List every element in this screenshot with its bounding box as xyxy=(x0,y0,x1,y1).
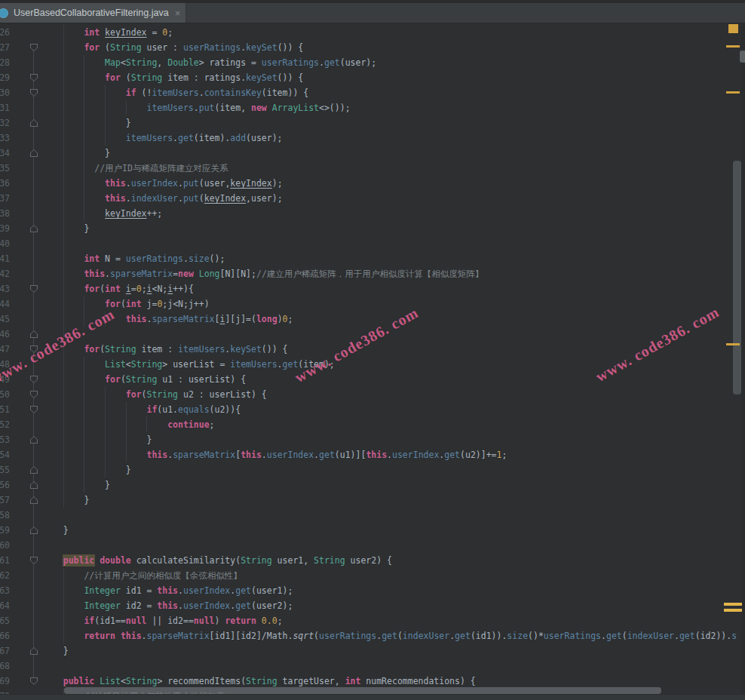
warning-stripe-mark[interactable] xyxy=(726,45,740,48)
warning-stripe-mark[interactable] xyxy=(724,609,742,612)
code-line[interactable]: 52 continue; xyxy=(0,417,745,432)
fold-toggle-icon[interactable] xyxy=(30,330,38,338)
fold-toggle-icon[interactable] xyxy=(30,119,38,127)
fold-toggle-icon[interactable] xyxy=(30,345,38,353)
code-line[interactable]: 61 public double calculateSimilarity(Str… xyxy=(0,553,745,568)
fold-toggle-icon[interactable] xyxy=(30,225,38,232)
fold-toggle-icon[interactable] xyxy=(30,89,38,97)
code-line[interactable]: 68 xyxy=(0,659,745,674)
line-number: 40 xyxy=(0,236,10,251)
horizontal-scrollbar-thumb[interactable] xyxy=(64,687,661,694)
code-line[interactable]: 37 this.indexUser.put(keyIndex,user); xyxy=(0,191,745,206)
code-line[interactable]: 54 this.sparseMatrix[this.userIndex.get(… xyxy=(0,447,745,462)
code-line[interactable]: 69 public List<String> recommendItems(St… xyxy=(0,674,745,689)
code-text: List<String> userList = itemUsers.get(it… xyxy=(42,357,335,372)
line-number: 68 xyxy=(0,659,10,674)
fold-toggle-icon[interactable] xyxy=(30,677,38,685)
line-number: 36 xyxy=(0,176,10,191)
line-number: 61 xyxy=(0,553,10,568)
code-line[interactable]: 56 } xyxy=(0,477,745,493)
fold-toggle-icon[interactable] xyxy=(30,481,38,489)
warning-stripe-mark[interactable] xyxy=(726,91,740,94)
code-line[interactable]: 45 this.sparseMatrix[i][j]=(long)0; xyxy=(0,312,745,327)
line-number: 46 xyxy=(0,327,10,342)
code-line[interactable]: 50 for(String u2 : userList) { xyxy=(0,387,745,402)
fold-toggle-icon[interactable] xyxy=(30,466,38,474)
code-line[interactable]: 34 } xyxy=(0,146,745,161)
line-number: 56 xyxy=(0,477,10,493)
code-line[interactable]: 53 } xyxy=(0,432,745,447)
code-line[interactable]: 63 Integer id1 = this.userIndex.get(user… xyxy=(0,583,745,598)
code-line[interactable]: 49 for(String u1 : userList) { xyxy=(0,372,745,387)
fold-toggle-icon[interactable] xyxy=(30,557,38,564)
code-text: this.sparseMatrix[i][j]=(long)0; xyxy=(42,312,293,327)
code-text: public List<String> recommendItems(Strin… xyxy=(42,674,476,689)
line-number: 49 xyxy=(0,372,10,387)
code-line[interactable]: 35 //用户ID与稀疏矩阵建立对应关系 xyxy=(0,161,745,176)
code-line[interactable]: 60 xyxy=(0,538,745,553)
code-line[interactable]: 65 if(id1==null || id2==null) return 0.0… xyxy=(0,613,745,628)
line-number: 57 xyxy=(0,493,10,508)
tab-userbasedcollaborativefiltering-java[interactable]: UserBasedCollaborativeFiltering.java × xyxy=(0,3,186,23)
code-text: this.indexUser.put(keyIndex,user); xyxy=(42,191,283,206)
ide-window: 26 int keyIndex = 0;27 for (String user … xyxy=(0,0,745,700)
code-line[interactable]: 48 List<String> userList = itemUsers.get… xyxy=(0,357,745,372)
code-line[interactable]: 55 } xyxy=(0,462,745,477)
code-line[interactable]: 62 //计算用户之间的相似度【余弦相似性】 xyxy=(0,568,745,583)
code-line[interactable]: 36 this.userIndex.put(user,keyIndex); xyxy=(0,176,745,191)
fold-toggle-icon[interactable] xyxy=(30,406,38,413)
fold-toggle-icon[interactable] xyxy=(30,285,38,293)
code-line[interactable]: 32 } xyxy=(0,115,745,130)
java-class-icon xyxy=(0,8,8,18)
code-line[interactable]: 29 for (String item : ratings.keySet()) … xyxy=(0,70,745,85)
editor-side-widget[interactable] xyxy=(740,51,745,63)
fold-toggle-icon[interactable] xyxy=(30,376,38,383)
code-text: } xyxy=(42,146,110,161)
fold-toggle-icon[interactable] xyxy=(30,391,38,398)
code-line[interactable]: 38 keyIndex++; xyxy=(0,206,745,221)
line-number: 66 xyxy=(0,628,10,643)
fold-toggle-icon[interactable] xyxy=(30,74,38,81)
inspection-status-icon[interactable] xyxy=(728,24,738,33)
code-line[interactable]: 51 if(u1.equals(u2)){ xyxy=(0,402,745,417)
code-line[interactable]: 64 Integer id2 = this.userIndex.get(user… xyxy=(0,598,745,613)
code-text: } xyxy=(42,643,69,659)
code-line[interactable]: 27 for (String user : userRatings.keySet… xyxy=(0,40,745,55)
code-line[interactable]: 59 } xyxy=(0,523,745,538)
code-line[interactable]: 33 itemUsers.get(item).add(user); xyxy=(0,130,745,146)
code-text: itemUsers.put(item, new ArrayList<>()); xyxy=(42,100,351,115)
code-line[interactable]: 47 for(String item : itemUsers.keySet())… xyxy=(0,342,745,357)
code-line[interactable]: 44 for(int j=0;j<N;j++) xyxy=(0,296,745,312)
code-line[interactable]: 67 } xyxy=(0,643,745,659)
code-text: itemUsers.get(item).add(user); xyxy=(42,130,283,146)
line-number: 34 xyxy=(0,146,10,161)
code-text: //计算用户之间的相似度【余弦相似性】 xyxy=(42,568,242,583)
fold-toggle-icon[interactable] xyxy=(30,436,38,444)
line-number: 51 xyxy=(0,402,10,417)
fold-toggle-icon[interactable] xyxy=(30,149,38,157)
code-line[interactable]: 43 for(int i=0;i<N;i++){ xyxy=(0,281,745,296)
close-icon[interactable]: × xyxy=(175,8,181,18)
code-line[interactable]: 31 itemUsers.put(item, new ArrayList<>()… xyxy=(0,100,745,115)
line-number: 35 xyxy=(0,161,10,176)
code-text: int N = userRatings.size(); xyxy=(42,251,225,266)
fold-toggle-icon[interactable] xyxy=(30,527,38,534)
vertical-scrollbar-thumb[interactable] xyxy=(733,161,741,395)
code-line[interactable]: 39 } xyxy=(0,221,745,236)
fold-toggle-icon[interactable] xyxy=(30,44,38,51)
code-line[interactable]: 58 xyxy=(0,508,745,523)
code-line[interactable]: 30 if (!itemUsers.containsKey(item)) { xyxy=(0,85,745,100)
code-line[interactable]: 40 xyxy=(0,236,745,251)
fold-toggle-icon[interactable] xyxy=(30,647,38,655)
code-line[interactable]: 41 int N = userRatings.size(); xyxy=(0,251,745,266)
code-line[interactable]: 46 xyxy=(0,327,745,342)
code-line[interactable]: 28 Map<String, Double> ratings = userRat… xyxy=(0,55,745,70)
code-text: } xyxy=(42,432,152,447)
warning-stripe-mark[interactable] xyxy=(726,343,740,345)
fold-toggle-icon[interactable] xyxy=(30,496,38,504)
code-line[interactable]: 66 return this.sparseMatrix[id1][id2]/Ma… xyxy=(0,628,745,643)
code-line[interactable]: 42 this.sparseMatrix=new Long[N][N];//建立… xyxy=(0,266,745,281)
warning-stripe-mark[interactable] xyxy=(724,603,742,606)
code-line[interactable]: 26 int keyIndex = 0; xyxy=(0,25,745,40)
code-line[interactable]: 57 } xyxy=(0,493,745,508)
